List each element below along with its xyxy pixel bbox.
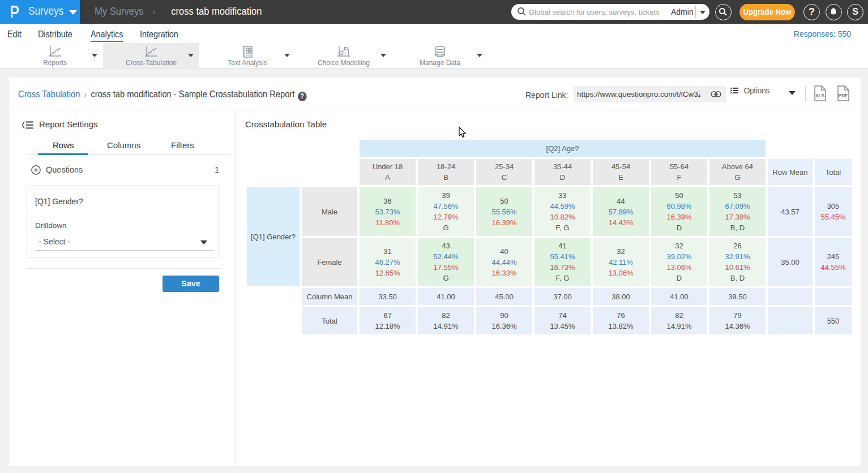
svg-text:XLS: XLS bbox=[815, 93, 825, 98]
svg-text:PDF: PDF bbox=[839, 93, 848, 98]
